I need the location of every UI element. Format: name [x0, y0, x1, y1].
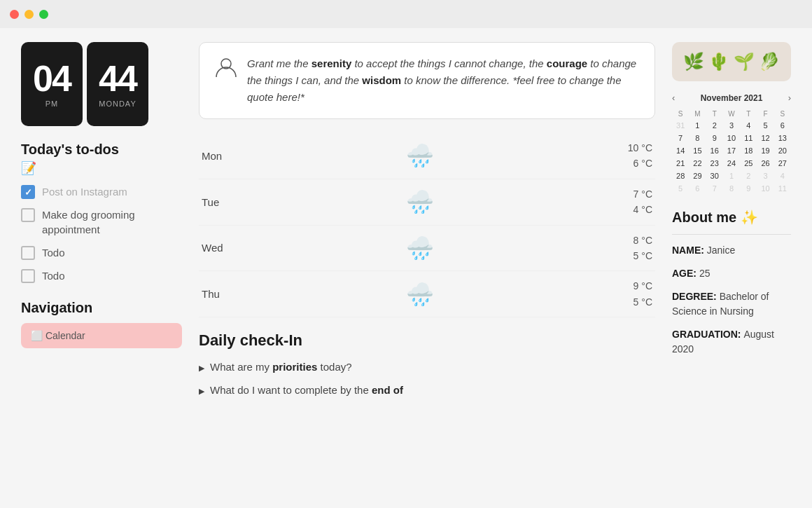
cal-day[interactable]: 24: [723, 157, 740, 170]
cal-th-w: W: [723, 109, 740, 119]
cal-day[interactable]: 20: [774, 144, 791, 157]
cal-day[interactable]: 30: [706, 170, 723, 182]
nav-item-calendar[interactable]: ⬜ Calendar: [21, 323, 182, 348]
cal-day[interactable]: 26: [757, 157, 774, 170]
daily-checkin-section: Daily check-In ▶ What are my priorities …: [199, 331, 655, 398]
calendar-widget: ‹ November 2021 › S M T W T F S: [672, 92, 791, 195]
todo-item[interactable]: Todo: [21, 245, 182, 260]
todo-item[interactable]: Todo: [21, 268, 182, 283]
cal-day[interactable]: 22: [689, 157, 706, 170]
todo-text-3: Todo: [42, 245, 65, 260]
cal-day[interactable]: 9: [740, 182, 757, 195]
about-title-text: About me: [672, 210, 736, 226]
checkin-text-2: What do I want to complete by the end of: [210, 383, 403, 399]
cal-day[interactable]: 3: [757, 170, 774, 182]
about-degree: DEGREE: Bachelor of Science in Nursing: [672, 289, 791, 319]
close-button[interactable]: [10, 10, 19, 19]
cal-th-s2: S: [774, 109, 791, 119]
calendar-month-title: November 2021: [701, 93, 763, 103]
clock-minutes: 44: [99, 60, 136, 97]
calendar-days-header: S M T W T F S: [672, 109, 791, 119]
plant-3: 🌱: [734, 52, 755, 71]
cal-day[interactable]: 28: [672, 170, 689, 182]
todos-title: Today's to-dos: [21, 142, 182, 158]
cal-day[interactable]: 18: [740, 144, 757, 157]
cal-day[interactable]: 6: [774, 119, 791, 132]
cal-day[interactable]: 16: [706, 144, 723, 157]
cal-day[interactable]: 11: [740, 132, 757, 144]
cal-day[interactable]: 12: [757, 132, 774, 144]
cal-day[interactable]: 10: [723, 132, 740, 144]
cal-day[interactable]: 4: [740, 119, 757, 132]
cal-day[interactable]: 5: [672, 182, 689, 195]
quote-avatar-icon: [215, 57, 237, 84]
cal-day[interactable]: 13: [774, 132, 791, 144]
weather-row-mon: Mon 🌧️ 10 °C 6 °C: [199, 133, 655, 179]
cal-day[interactable]: 19: [757, 144, 774, 157]
clock-widget: 04 PM 44 MONDAY: [21, 42, 182, 126]
cal-day[interactable]: 8: [723, 182, 740, 195]
todo-item[interactable]: Post on Instagram: [21, 184, 182, 199]
cal-day[interactable]: 8: [689, 132, 706, 144]
maximize-button[interactable]: [39, 10, 48, 19]
cal-day[interactable]: 2: [706, 119, 723, 132]
cal-day[interactable]: 5: [757, 119, 774, 132]
navigation-section: Navigation ⬜ Calendar: [21, 300, 182, 348]
cal-day[interactable]: 17: [723, 144, 740, 157]
about-age-value: 25: [699, 268, 710, 279]
weather-day-thu: Thu: [202, 288, 244, 300]
todo-checkbox-1[interactable]: [21, 185, 35, 199]
nav-title: Navigation: [21, 300, 182, 316]
weather-row-thu: Thu 🌧️ 9 °C 5 °C: [199, 271, 655, 317]
todo-text-2: Make dog grooming appointment: [42, 207, 182, 237]
cal-day[interactable]: 21: [672, 157, 689, 170]
weather-temps-thu: 9 °C 5 °C: [596, 278, 652, 310]
cal-day[interactable]: 25: [740, 157, 757, 170]
todos-section: Today's to-dos 📝 Post on Instagram Make …: [21, 142, 182, 283]
cal-day[interactable]: 11: [774, 182, 791, 195]
calendar-header: ‹ November 2021 ›: [672, 92, 791, 103]
weather-icon-thu: 🌧️: [244, 281, 596, 308]
todo-checkbox-2[interactable]: [21, 208, 35, 222]
about-title: About me ✨: [672, 209, 791, 226]
clock-minutes-block: 44 MONDAY: [87, 42, 148, 126]
clock-day: MONDAY: [99, 99, 136, 108]
calendar-prev-button[interactable]: ‹: [672, 92, 675, 103]
quote-text: Grant me the serenity to accept the thin…: [247, 55, 639, 106]
about-me-section: About me ✨ NAME: Janice AGE: 25 DEGREE: …: [672, 209, 791, 357]
plant-2: 🌵: [708, 52, 729, 71]
cal-day[interactable]: 27: [774, 157, 791, 170]
cal-day[interactable]: 14: [672, 144, 689, 157]
cal-day[interactable]: 3: [723, 119, 740, 132]
cal-day[interactable]: 9: [706, 132, 723, 144]
minimize-button[interactable]: [24, 10, 34, 19]
cal-day[interactable]: 7: [706, 182, 723, 195]
todo-checkbox-4[interactable]: [21, 269, 35, 283]
cal-week-0: 31 1 2 3 4 5 6: [672, 119, 791, 132]
cal-day[interactable]: 4: [774, 170, 791, 182]
cal-day[interactable]: 1: [723, 170, 740, 182]
checkin-text-1: What are my priorities today?: [210, 359, 352, 376]
cal-day[interactable]: 7: [672, 132, 689, 144]
weather-temps-wed: 8 °C 5 °C: [596, 233, 652, 264]
about-age-label: AGE:: [672, 268, 699, 279]
cal-day[interactable]: 15: [689, 144, 706, 157]
todo-checkbox-3[interactable]: [21, 246, 35, 260]
cal-day[interactable]: 10: [757, 182, 774, 195]
cal-day[interactable]: 31: [672, 119, 689, 132]
checkin-item-2: ▶ What do I want to complete by the end …: [199, 383, 655, 399]
cal-day[interactable]: 1: [689, 119, 706, 132]
cal-day[interactable]: 6: [689, 182, 706, 195]
cal-week-4: 28 29 30 1 2 3 4: [672, 170, 791, 182]
weather-row-tue: Tue 🌧️ 7 °C 4 °C: [199, 179, 655, 226]
cal-day[interactable]: 2: [740, 170, 757, 182]
cal-day[interactable]: 29: [689, 170, 706, 182]
clock-hours-block: 04 PM: [21, 42, 83, 126]
calendar-grid: S M T W T F S 31 1 2 3 4: [672, 109, 791, 195]
about-divider: [672, 234, 791, 235]
clock-period: PM: [46, 99, 59, 108]
cal-day[interactable]: 23: [706, 157, 723, 170]
cal-week-1: 7 8 9 10 11 12 13: [672, 132, 791, 144]
calendar-next-button[interactable]: ›: [788, 92, 791, 103]
todo-item[interactable]: Make dog grooming appointment: [21, 207, 182, 237]
